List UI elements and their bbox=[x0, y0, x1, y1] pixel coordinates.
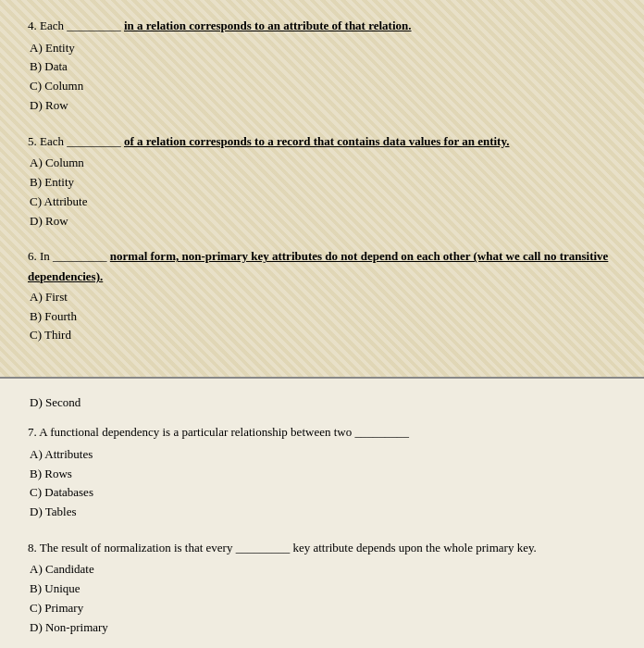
question-8-text: 8. The result of normalization is that e… bbox=[28, 539, 616, 557]
bottom-panel: D) Second 7. A functional dependency is … bbox=[0, 379, 644, 648]
question-6-text: 6. In _________ normal form, non-primary… bbox=[28, 247, 616, 266]
q5-option-b: B) Entity bbox=[28, 173, 616, 193]
q6-option-b: B) Fourth bbox=[28, 307, 616, 327]
question-5: 5. Each _________ of a relation correspo… bbox=[28, 132, 616, 231]
question-7: 7. A functional dependency is a particul… bbox=[28, 423, 616, 522]
q7-option-d: D) Tables bbox=[28, 503, 616, 522]
q5-body: of a relation corresponds to a record th… bbox=[124, 134, 509, 148]
question-8: 8. The result of normalization is that e… bbox=[28, 539, 616, 638]
q4-option-b: B) Data bbox=[28, 57, 616, 77]
question-4-text: 4. Each _________ in a relation correspo… bbox=[28, 17, 616, 35]
q5-option-c: C) Attribute bbox=[28, 193, 616, 212]
q8-option-d: D) Non-primary bbox=[28, 618, 616, 638]
top-panel: 4. Each _________ in a relation correspo… bbox=[0, 0, 644, 379]
q5-option-a: A) Column bbox=[28, 154, 616, 173]
d-second: D) Second bbox=[28, 395, 616, 410]
q8-option-c: C) Primary bbox=[28, 599, 616, 618]
q7-option-b: B) Rows bbox=[28, 465, 616, 484]
q4-option-a: A) Entity bbox=[28, 39, 616, 58]
question-4: 4. Each _________ in a relation correspo… bbox=[28, 17, 616, 116]
q6-option-c: C) Third bbox=[28, 326, 616, 345]
q6-option-a: A) First bbox=[28, 288, 616, 307]
q7-option-a: A) Attributes bbox=[28, 445, 616, 465]
q5-prefix: 5. Each _________ bbox=[28, 134, 124, 148]
q8-option-a: A) Candidate bbox=[28, 560, 616, 579]
q8-option-b: B) Unique bbox=[28, 579, 616, 599]
q4-option-c: C) Column bbox=[28, 77, 616, 96]
q7-option-c: C) Databases bbox=[28, 483, 616, 503]
q6-prefix: 6. In _________ bbox=[28, 249, 110, 263]
question-7-text: 7. A functional dependency is a particul… bbox=[28, 423, 616, 442]
q6-body-cont: dependencies). bbox=[28, 269, 616, 284]
q5-option-d: D) Row bbox=[28, 212, 616, 231]
question-5-text: 5. Each _________ of a relation correspo… bbox=[28, 132, 616, 151]
q7-body: 7. A functional dependency is a particul… bbox=[28, 425, 409, 439]
question-6: 6. In _________ normal form, non-primary… bbox=[28, 247, 616, 345]
q4-prefix: 4. Each _________ bbox=[28, 19, 124, 32]
q6-body: normal form, non-primary key attributes … bbox=[110, 249, 609, 263]
q4-option-d: D) Row bbox=[28, 96, 616, 116]
q8-body: 8. The result of normalization is that e… bbox=[28, 541, 537, 555]
q4-body: in a relation corresponds to an attribut… bbox=[124, 19, 412, 32]
